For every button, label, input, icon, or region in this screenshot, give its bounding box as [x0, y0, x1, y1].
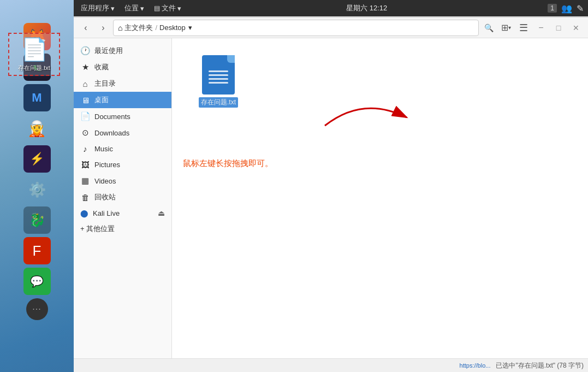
file-arrow: ▾ [177, 4, 181, 13]
apps-label: 应用程序 [81, 3, 109, 13]
taskbar: 应用程序 ▾ 位置 ▾ ▤ 文件 ▾ 星期六 12:12 1 👥 ✎ [74, 0, 588, 16]
videos-label: Videos [94, 177, 116, 185]
search-button[interactable]: 🔍 [481, 20, 496, 36]
restore-icon: □ [556, 23, 561, 32]
view-list-button[interactable]: ⊞ ▾ [498, 20, 514, 36]
kali-live-left: ⬤ Kali Live [80, 209, 120, 217]
close-view-icon: ✕ [573, 23, 579, 32]
breadcrumb-bar: ⌂ 主文件夹 / Desktop [113, 20, 479, 36]
bookmarks-label: 收藏 [94, 62, 109, 72]
file-menu-icon: ▤ [154, 4, 160, 12]
dock-dark-mascot[interactable]: 🐉 [23, 206, 51, 234]
apps-arrow: ▾ [111, 4, 115, 13]
view-chevron-icon: ▾ [508, 25, 511, 31]
dock-redapp[interactable]: F [23, 237, 51, 264]
colorful-icon: ⚙️ [28, 181, 46, 198]
taskbar-menus: 应用程序 ▾ 位置 ▾ ▤ 文件 ▾ [74, 2, 186, 15]
recent-label: 最近使用 [94, 46, 123, 56]
breadcrumb-home[interactable]: 主文件夹 [124, 23, 153, 33]
file-area: 存在问题.txt 鼠标左键长按拖拽即可。 [172, 38, 588, 358]
videos-icon: ▦ [80, 176, 90, 186]
redapp-icon: F [33, 243, 41, 259]
dock-mascot[interactable]: 🧝 [23, 115, 51, 142]
file-manager-window: K kali汉化版 − □ ✕ ‹ › ⌂ 主文件夹 / Desktop [74, 0, 588, 358]
dock-greenapp[interactable]: 💬 [23, 268, 51, 295]
home-dir-icon: ⌂ [80, 79, 90, 88]
dock-colorful[interactable]: ⚙️ [23, 176, 51, 203]
file-doc-icon: 📄 [12, 37, 56, 62]
sidebar-item-trash[interactable]: 🗑 回收站 [74, 189, 171, 205]
location-arrow: ▾ [140, 4, 144, 13]
status-url: https://blo... [460, 362, 491, 369]
toolbar-right: 🔍 ⊞ ▾ ☰ − □ ✕ [481, 20, 584, 36]
doc-lines [209, 70, 228, 84]
desktop: 应用程序 ▾ 位置 ▾ ▤ 文件 ▾ 星期六 12:12 1 👥 ✎ 🦊 [0, 0, 588, 372]
doc-line-2 [209, 74, 228, 76]
view-options-button[interactable]: ☰ [516, 20, 531, 36]
forward-button[interactable]: › [96, 20, 111, 36]
home-icon: ⌂ [118, 23, 122, 32]
view-list-icon: ⊞ [501, 22, 508, 33]
dock-more[interactable]: ··· [26, 298, 48, 320]
toolbar: ‹ › ⌂ 主文件夹 / Desktop 🔍 ⊞ ▾ ☰ [74, 17, 588, 38]
back-button[interactable]: ‹ [78, 20, 93, 36]
sidebar-item-music[interactable]: ♪ Music [74, 141, 171, 157]
sidebar-item-pictures[interactable]: 🖼 Pictures [74, 157, 171, 173]
taskbar-right: 1 👥 ✎ [548, 3, 588, 14]
music-icon: ♪ [80, 144, 90, 153]
restore-view-button[interactable]: □ [551, 20, 566, 36]
downloads-label: Downloads [94, 129, 129, 137]
electric-icon: ⚡ [29, 152, 44, 166]
annotation-text: 鼠标左键长按拖拽即可。 [183, 158, 273, 169]
malwarebytes-icon: M [32, 91, 41, 105]
trash-label: 回收站 [94, 192, 116, 202]
recent-icon: 🕐 [80, 46, 90, 56]
dock-malwarebytes[interactable]: M [23, 84, 51, 111]
sidebar-item-home[interactable]: ⌂ 主目录 [74, 75, 171, 92]
dark-mascot-icon: 🐉 [29, 212, 45, 228]
menu-apps[interactable]: 应用程序 ▾ [76, 2, 119, 15]
desktop-file-label: 存在问题.txt [18, 64, 50, 71]
location-label: 位置 [124, 3, 139, 13]
trash-icon: 🗑 [80, 193, 90, 202]
sidebar-item-desktop[interactable]: 🖥 桌面 [74, 92, 171, 108]
kali-live-label: Kali Live [93, 209, 120, 217]
file-doc-visual [202, 55, 235, 95]
taskbar-settings-icon[interactable]: ✎ [577, 3, 584, 14]
minimize-view-button[interactable]: − [533, 20, 549, 36]
sidebar-item-recent[interactable]: 🕐 最近使用 [74, 43, 171, 59]
close-view-button[interactable]: ✕ [568, 20, 584, 36]
bookmarks-icon: ★ [80, 62, 90, 72]
documents-label: Documents [94, 113, 130, 121]
sidebar-item-kali-live[interactable]: ⬤ Kali Live ⏏ [74, 205, 171, 221]
desktop-dir-icon: 🖥 [80, 96, 90, 105]
sidebar-item-downloads[interactable]: ⊙ Downloads [74, 125, 171, 141]
taskbar-badge: 1 [548, 4, 557, 13]
sidebar-item-videos[interactable]: ▦ Videos [74, 173, 171, 189]
status-selected: 已选中"存在问题.txt" (78 字节) [496, 361, 584, 370]
taskbar-time: 星期六 12:12 [186, 3, 548, 13]
menu-file[interactable]: ▤ 文件 ▾ [150, 2, 186, 15]
taskbar-users-icon[interactable]: 👥 [561, 3, 572, 14]
file-icon-container[interactable]: 存在问题.txt [194, 52, 243, 111]
menu-location[interactable]: 位置 ▾ [120, 2, 149, 15]
breadcrumb-current[interactable]: Desktop [159, 23, 192, 32]
main-content: 🕐 最近使用 ★ 收藏 ⌂ 主目录 🖥 桌面 📄 Docume [74, 38, 588, 358]
pictures-icon: 🖼 [80, 160, 90, 169]
file-label: 文件 [162, 3, 176, 13]
other-places-label: + 其他位置 [80, 224, 115, 234]
home-dir-label: 主目录 [94, 79, 116, 88]
sidebar-item-other-places[interactable]: + 其他位置 [74, 221, 171, 237]
dock-electric[interactable]: ⚡ [23, 145, 51, 173]
kali-live-icon: ⬤ [80, 209, 88, 217]
doc-line-3 [209, 78, 228, 80]
desktop-file-icon[interactable]: 📄 存在问题.txt [8, 33, 60, 76]
sidebar-item-documents[interactable]: 📄 Documents [74, 108, 171, 125]
mascot-icon: 🧝 [27, 120, 46, 138]
kali-eject-button[interactable]: ⏏ [158, 209, 165, 217]
sidebar-item-bookmarks[interactable]: ★ 收藏 [74, 59, 171, 75]
statusbar: https://blo... 已选中"存在问题.txt" (78 字节) [74, 358, 588, 372]
file-name-label: 存在问题.txt [199, 97, 238, 108]
breadcrumb-separator: / [155, 23, 157, 32]
documents-icon: 📄 [80, 111, 90, 121]
